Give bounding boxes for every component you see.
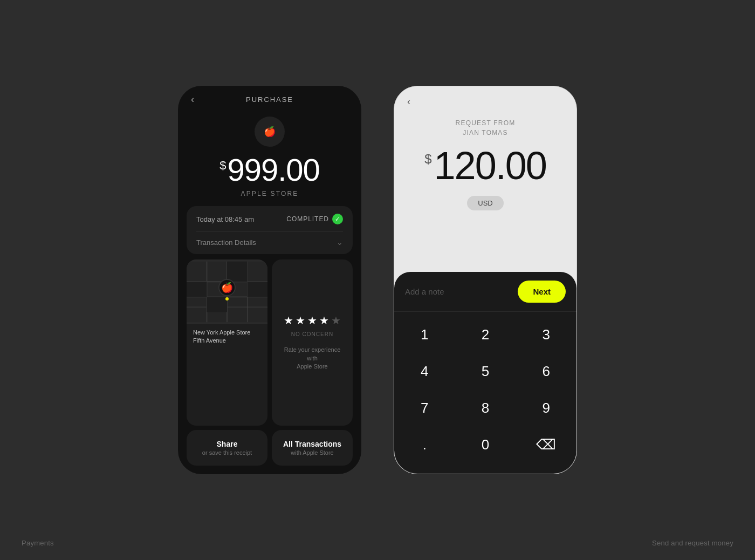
all-transactions-subtitle: with Apple Store	[291, 449, 334, 456]
back-arrow-left[interactable]: ‹	[191, 94, 194, 105]
requester-name: JIAN TOMAS	[463, 129, 508, 136]
stars-row: ★ ★ ★ ★ ★	[284, 314, 341, 327]
apple-logo-circle: 🍎	[255, 117, 285, 147]
transaction-details-label: Transaction Details	[196, 238, 256, 247]
checkmark-icon: ✓	[335, 216, 340, 223]
numpad: 123456789.0⌫	[394, 312, 576, 474]
all-transactions-title: All Transactions	[283, 440, 341, 448]
numpad-key-dot[interactable]: .	[394, 426, 455, 463]
numpad-key-1[interactable]: 1	[394, 316, 455, 353]
all-transactions-button[interactable]: All Transactions with Apple Store	[272, 430, 353, 466]
share-button[interactable]: Share or save this receipt	[187, 430, 267, 466]
numpad-key-3[interactable]: 3	[516, 316, 576, 353]
phone-left: ‹ PURCHASE 🍎 $ 999.00 APPLE STORE Today …	[178, 86, 361, 474]
currency-row: USD	[407, 196, 564, 210]
right-top-section: ‹ REQUEST FROM JIAN TOMAS $ 120.00 USD	[394, 86, 576, 272]
star-3: ★	[307, 314, 317, 327]
map-label-line2: Fifth Avenue	[193, 337, 226, 344]
rating-desc-line2: Apple Store	[297, 363, 327, 370]
request-from-text: REQUEST FROM	[456, 119, 516, 127]
pin-apple-icon: 🍎	[221, 282, 233, 293]
svg-rect-10	[248, 282, 268, 297]
merchant-name: APPLE STORE	[241, 190, 299, 197]
numpad-key-0[interactable]: 0	[455, 426, 516, 463]
request-label: REQUEST FROM JIAN TOMAS	[407, 118, 564, 138]
no-concern-label: NO CONCERN	[291, 331, 333, 337]
right-dollar-prefix: $	[424, 152, 431, 167]
svg-rect-7	[187, 282, 207, 297]
action-grid: Share or save this receipt All Transacti…	[187, 430, 353, 466]
amount-display: $ 999.00	[219, 154, 320, 186]
rating-desc-line1: Rate your experience with	[284, 346, 341, 361]
status-row: Today at 08:45 am COMPLITED ✓	[196, 214, 343, 224]
apple-icon: 🍎	[264, 127, 276, 136]
phone-right: ‹ REQUEST FROM JIAN TOMAS $ 120.00 USD A…	[394, 86, 577, 474]
numpad-key-backspace[interactable]: ⌫	[516, 426, 576, 463]
map-card[interactable]: 🍎 New York Apple Store Fifth Avenue	[187, 259, 267, 426]
details-row[interactable]: Transaction Details ⌄	[196, 238, 343, 247]
status-dot-green: ✓	[332, 214, 343, 224]
numpad-key-4[interactable]: 4	[394, 353, 455, 390]
star-5: ★	[331, 314, 341, 327]
left-header: ‹ PURCHASE	[178, 86, 361, 109]
note-input[interactable]: Add a note	[405, 287, 444, 296]
divider	[196, 231, 343, 231]
purchase-amount: 999.00	[227, 154, 319, 186]
numpad-key-6[interactable]: 6	[516, 353, 576, 390]
share-title: Share	[217, 440, 238, 448]
status-badge: COMPLITED ✓	[286, 214, 343, 224]
next-button[interactable]: Next	[518, 281, 566, 303]
right-bottom-section: Add a note Next 123456789.0⌫	[394, 272, 576, 474]
right-amount-display: $ 120.00	[407, 146, 564, 185]
numpad-key-5[interactable]: 5	[455, 353, 516, 390]
chevron-down-icon: ⌄	[337, 238, 343, 247]
phones-container: ‹ PURCHASE 🍎 $ 999.00 APPLE STORE Today …	[178, 86, 577, 474]
bottom-grid: 🍎 New York Apple Store Fifth Avenue ★ ★ …	[187, 259, 353, 426]
rating-card[interactable]: ★ ★ ★ ★ ★ NO CONCERN Rate your experienc…	[272, 259, 353, 426]
page-label-payments: Payments	[22, 539, 54, 547]
numpad-key-7[interactable]: 7	[394, 390, 455, 426]
map-pin: 🍎	[218, 279, 236, 301]
currency-badge[interactable]: USD	[467, 196, 503, 210]
map-label: New York Apple Store Fifth Avenue	[187, 324, 267, 350]
map-background: 🍎	[187, 259, 267, 324]
share-subtitle: or save this receipt	[202, 449, 252, 456]
pin-circle: 🍎	[218, 279, 236, 296]
pin-dot	[225, 297, 229, 301]
star-4: ★	[319, 314, 329, 327]
request-amount: 120.00	[434, 146, 546, 185]
merchant-section: 🍎 $ 999.00 APPLE STORE	[178, 109, 361, 206]
numpad-key-9[interactable]: 9	[516, 390, 576, 426]
status-label: COMPLITED	[286, 215, 329, 223]
note-row: Add a note Next	[394, 272, 576, 312]
left-title: PURCHASE	[246, 95, 293, 104]
back-arrow-right[interactable]: ‹	[407, 96, 564, 107]
map-label-line1: New York Apple Store	[193, 329, 250, 336]
page-label-send: Send and request money	[652, 539, 733, 547]
transaction-time: Today at 08:45 am	[196, 215, 254, 223]
numpad-key-8[interactable]: 8	[455, 390, 516, 426]
status-card: Today at 08:45 am COMPLITED ✓ Transactio…	[187, 206, 353, 254]
dollar-prefix: $	[219, 159, 226, 173]
rating-description: Rate your experience with Apple Store	[280, 346, 344, 371]
numpad-key-2[interactable]: 2	[455, 316, 516, 353]
star-2: ★	[296, 314, 305, 327]
star-1: ★	[284, 314, 293, 327]
